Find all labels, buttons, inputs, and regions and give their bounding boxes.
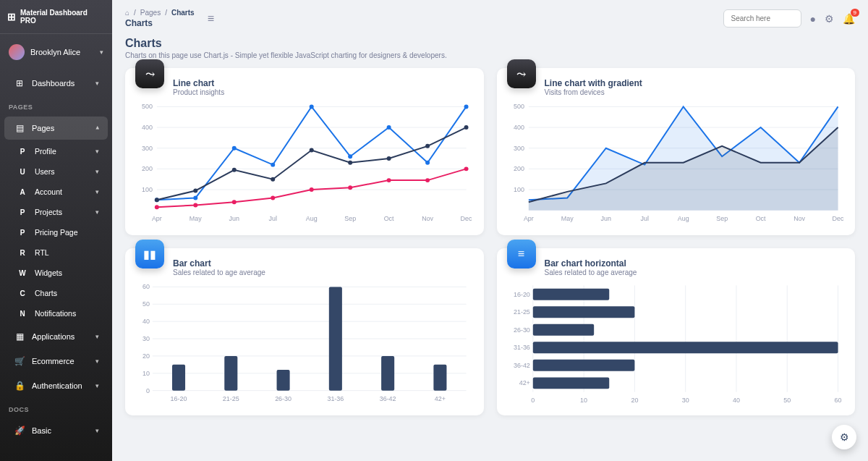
sidebar-item-applications[interactable]: ▦Applications▾ xyxy=(4,325,108,348)
svg-text:300: 300 xyxy=(513,145,524,152)
sidebar-item-notifications[interactable]: NNotifications xyxy=(4,303,108,323)
svg-rect-109 xyxy=(532,324,593,336)
card-bar-chart: ▮▮ Bar chart Sales related to age averag… xyxy=(125,248,484,415)
sidebar-item-authentication[interactable]: 🔒Authentication▾ xyxy=(4,374,108,397)
sidebar-item-ecommerce[interactable]: 🛒Ecommerce▾ xyxy=(4,350,108,373)
sidebar-item-label: Applications xyxy=(32,332,75,341)
card-subtitle: Product insights xyxy=(173,88,224,96)
svg-rect-105 xyxy=(532,289,608,300)
sidebar-item-label: Account xyxy=(35,187,62,196)
svg-text:30: 30 xyxy=(142,335,150,342)
sidebar-item-charts[interactable]: CCharts xyxy=(4,283,108,303)
settings-fab[interactable]: ⚙ xyxy=(832,425,856,449)
svg-rect-111 xyxy=(532,342,838,353)
svg-text:Sep: Sep xyxy=(344,215,356,222)
svg-text:21-25: 21-25 xyxy=(513,308,529,316)
sidebar-item-users[interactable]: UUsers▾ xyxy=(4,161,108,182)
svg-point-28 xyxy=(155,198,159,202)
svg-text:0: 0 xyxy=(146,387,150,394)
svg-text:Jul: Jul xyxy=(269,215,277,222)
sidebar-item-pricing-page[interactable]: PPricing Page xyxy=(4,222,108,242)
svg-text:100: 100 xyxy=(142,186,153,193)
svg-rect-85 xyxy=(329,287,342,390)
svg-text:300: 300 xyxy=(142,145,153,152)
bar-icon: ▮▮ xyxy=(135,240,164,268)
card-title: Bar chart xyxy=(173,258,265,268)
grid-icon: ⊞ xyxy=(13,78,26,88)
line-chart: 100200300400500AprMayJunJulAugSepOctNovD… xyxy=(135,102,474,225)
svg-text:21-25: 21-25 xyxy=(223,395,239,402)
sidebar-item-basic[interactable]: 🚀Basic▾ xyxy=(4,419,108,442)
svg-point-43 xyxy=(387,178,391,182)
svg-text:42+: 42+ xyxy=(519,379,529,386)
svg-point-44 xyxy=(425,178,430,182)
svg-text:31-36: 31-36 xyxy=(513,344,529,351)
svg-text:500: 500 xyxy=(142,103,153,110)
svg-text:26-30: 26-30 xyxy=(275,395,292,402)
sidebar-item-profile[interactable]: PProfile▾ xyxy=(4,141,108,161)
page-subtitle: Charts on this page use Chart.js - Simpl… xyxy=(125,51,855,59)
chevron-down-icon: ▾ xyxy=(100,48,103,56)
svg-text:Aug: Aug xyxy=(677,215,689,222)
home-icon[interactable]: ⌂ xyxy=(125,9,129,17)
svg-point-31 xyxy=(271,177,275,182)
svg-text:16-20: 16-20 xyxy=(513,291,529,298)
svg-text:Jun: Jun xyxy=(229,215,239,222)
chevron-down-icon: ▾ xyxy=(95,427,99,434)
svg-text:Jul: Jul xyxy=(640,215,648,222)
sidebar-item-projects[interactable]: PProjects▾ xyxy=(4,202,108,222)
svg-point-30 xyxy=(232,168,237,172)
user-name: Brooklyn Alice xyxy=(30,48,80,56)
section-title-pages: PAGES xyxy=(0,96,112,115)
svg-rect-87 xyxy=(381,356,394,391)
nav-letter: P xyxy=(16,208,29,216)
account-icon[interactable]: ● xyxy=(810,13,816,25)
svg-text:36-42: 36-42 xyxy=(380,395,396,402)
nav-letter: U xyxy=(16,168,29,176)
sidebar-item-dashboards[interactable]: ⊞ Dashboards ▾ xyxy=(4,72,108,95)
search-input[interactable] xyxy=(723,9,801,28)
breadcrumb-pages[interactable]: Pages xyxy=(140,9,161,17)
sidebar-item-widgets[interactable]: WWidgets xyxy=(4,263,108,283)
svg-point-36 xyxy=(464,125,469,130)
svg-text:500: 500 xyxy=(513,103,524,110)
chevron-down-icon: ▾ xyxy=(95,188,99,195)
svg-text:Oct: Oct xyxy=(384,215,394,222)
svg-text:May: May xyxy=(190,215,202,222)
svg-point-45 xyxy=(464,166,469,171)
nav-icon: 🚀 xyxy=(13,426,26,436)
svg-text:50: 50 xyxy=(783,397,791,404)
svg-rect-81 xyxy=(224,356,237,391)
barh-chart: 010203040506016-2021-2526-3031-3636-4242… xyxy=(507,282,846,405)
nav-letter: P xyxy=(16,229,29,237)
chevron-down-icon: ▾ xyxy=(95,358,99,365)
brand[interactable]: ⊞ Material Dashboard PRO xyxy=(0,0,112,34)
sidebar-item-rtl[interactable]: RRTL xyxy=(4,242,108,263)
sidebar-item-account[interactable]: AAccount▾ xyxy=(4,182,108,202)
svg-rect-107 xyxy=(532,306,634,318)
svg-point-37 xyxy=(155,205,159,209)
area-chart: 100200300400500AprMayJunJulAugSepOctNovD… xyxy=(507,102,846,225)
gear-icon[interactable]: ⚙ xyxy=(825,13,834,25)
svg-text:400: 400 xyxy=(513,124,524,131)
sidebar-item-label: Profile xyxy=(35,147,56,156)
svg-text:36-42: 36-42 xyxy=(513,362,529,369)
avatar xyxy=(9,44,25,60)
svg-point-22 xyxy=(271,163,275,167)
svg-text:Nov: Nov xyxy=(793,215,805,222)
svg-text:26-30: 26-30 xyxy=(513,326,529,334)
menu-toggle-icon[interactable]: ≡ xyxy=(208,12,214,25)
sidebar-item-pages[interactable]: ▤ Pages ▾ xyxy=(4,117,108,140)
svg-text:Dec: Dec xyxy=(461,215,472,222)
bell-icon[interactable]: 🔔9 xyxy=(843,13,855,25)
svg-point-26 xyxy=(425,161,430,165)
svg-text:16-20: 16-20 xyxy=(171,395,187,402)
user-menu[interactable]: Brooklyn Alice ▾ xyxy=(0,34,112,70)
svg-point-34 xyxy=(387,156,391,161)
brand-icon: ⊞ xyxy=(7,11,16,22)
svg-text:0: 0 xyxy=(531,397,535,404)
svg-text:100: 100 xyxy=(513,186,524,193)
card-title: Line chart xyxy=(173,78,224,88)
sidebar-item-label: Widgets xyxy=(35,268,62,277)
svg-text:Dec: Dec xyxy=(832,215,843,222)
